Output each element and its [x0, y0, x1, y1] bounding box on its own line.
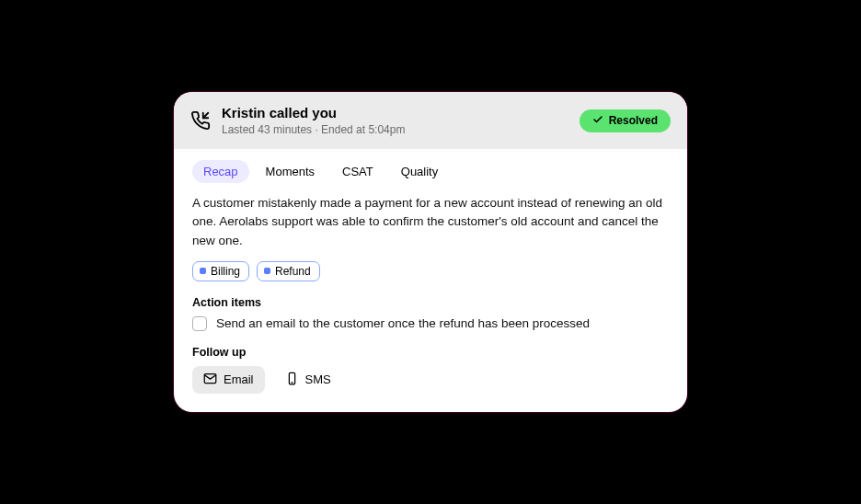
follow-up-row: Email SMS	[192, 366, 669, 394]
follow-up-label: Email	[224, 372, 254, 386]
follow-up-heading: Follow up	[192, 346, 669, 359]
tab-bar: Recap Moments CSAT Quality	[192, 160, 669, 183]
check-icon	[592, 114, 603, 128]
call-title: Kristin called you	[222, 105, 568, 122]
follow-up-label: SMS	[305, 372, 331, 386]
tag-row: Billing Refund	[192, 261, 669, 281]
call-summary-card: Kristin called you Lasted 43 minutes · E…	[174, 92, 687, 412]
call-subtitle: Lasted 43 minutes · Ended at 5:04pm	[222, 123, 568, 136]
tag-dot-icon	[200, 268, 206, 274]
device-icon	[285, 372, 299, 388]
tag-dot-icon	[264, 268, 270, 274]
follow-up-sms-button[interactable]: SMS	[274, 366, 342, 394]
header-text-block: Kristin called you Lasted 43 minutes · E…	[222, 105, 568, 136]
tag-label: Refund	[275, 265, 311, 278]
action-item-text: Send an email to the customer once the r…	[216, 316, 590, 330]
status-badge: Resolved	[580, 109, 671, 132]
card-body: Recap Moments CSAT Quality A customer mi…	[174, 149, 687, 412]
viewport: Kristin called you Lasted 43 minutes · E…	[0, 0, 861, 504]
tag-refund[interactable]: Refund	[257, 261, 320, 281]
recap-body: A customer mistakenly made a payment for…	[192, 194, 669, 250]
tag-label: Billing	[211, 265, 240, 278]
action-item-row: Send an email to the customer once the r…	[192, 316, 669, 331]
action-items-heading: Action items	[192, 296, 669, 309]
tab-quality[interactable]: Quality	[390, 160, 449, 183]
tab-csat[interactable]: CSAT	[331, 160, 385, 183]
follow-up-email-button[interactable]: Email	[192, 366, 265, 394]
tab-moments[interactable]: Moments	[255, 160, 326, 183]
tab-recap[interactable]: Recap	[192, 160, 249, 183]
card-header: Kristin called you Lasted 43 minutes · E…	[174, 92, 687, 149]
envelope-icon	[203, 372, 217, 388]
tag-billing[interactable]: Billing	[192, 261, 249, 281]
incoming-call-icon	[190, 110, 211, 131]
status-label: Resolved	[609, 114, 658, 127]
action-item-checkbox[interactable]	[192, 316, 207, 331]
